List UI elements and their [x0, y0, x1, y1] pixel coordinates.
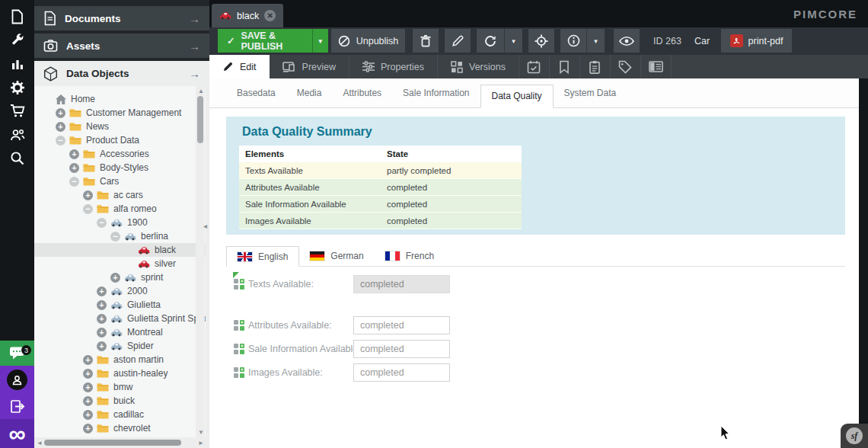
tree-item[interactable]: buick — [34, 394, 209, 408]
tree-item[interactable]: News — [34, 120, 209, 133]
schedule-calendar-icon[interactable] — [519, 55, 550, 78]
tree-expander-icon[interactable] — [110, 232, 120, 242]
collapse-sidebar-icon[interactable]: ◂ — [203, 219, 209, 234]
scroll-right-icon[interactable]: ► — [198, 440, 204, 446]
tree-item[interactable]: austin-healey — [34, 366, 209, 380]
tree-expander-icon[interactable] — [97, 341, 107, 351]
tree-item[interactable]: berlina — [34, 229, 209, 243]
scroll-left-icon[interactable]: ◄ — [37, 440, 43, 446]
field-value-input[interactable] — [353, 316, 450, 334]
scrollbar-thumb[interactable] — [44, 440, 181, 446]
accordion-assets[interactable]: Assets → — [34, 34, 209, 58]
tree-expander-icon[interactable] — [56, 108, 65, 118]
tree-item[interactable]: Customer Management — [34, 106, 209, 120]
tree-item[interactable]: Montreal — [34, 325, 209, 339]
language-tab[interactable]: French — [375, 245, 445, 266]
tag-icon[interactable] — [611, 55, 641, 78]
tree-item[interactable]: Body-Styles — [34, 161, 209, 174]
tree-expander-icon[interactable] — [97, 328, 107, 338]
tree-expander-icon[interactable] — [83, 204, 93, 214]
section-tab[interactable]: Basedata — [226, 79, 286, 107]
tree-item[interactable]: Gulietta Sprint Specia — [34, 312, 209, 325]
bookmark-icon[interactable] — [550, 55, 580, 78]
tree-expander-icon[interactable] — [69, 177, 79, 187]
tree-item[interactable]: black — [34, 243, 209, 257]
preview-eye-button[interactable] — [614, 29, 640, 53]
documents-icon[interactable] — [0, 5, 34, 28]
tree-expander-icon[interactable] — [69, 149, 79, 159]
tree-item[interactable]: sprint — [34, 270, 209, 284]
scrollbar-thumb[interactable] — [197, 96, 203, 143]
tree-item[interactable]: bmw — [34, 380, 209, 394]
field-value-input[interactable] — [353, 363, 450, 382]
locate-in-tree-button[interactable] — [528, 29, 554, 53]
layout-panel-icon[interactable] — [641, 55, 672, 78]
tree-item[interactable]: cadillac — [34, 408, 209, 421]
reports-chart-icon[interactable] — [0, 52, 34, 75]
language-tab[interactable]: English — [226, 246, 299, 267]
tree-expander-icon[interactable] — [97, 300, 107, 310]
tree-expander-icon[interactable] — [83, 369, 93, 379]
tree-expander-icon[interactable] — [97, 218, 107, 228]
field-value-input[interactable] — [353, 275, 450, 293]
tree-item[interactable]: ac cars — [34, 188, 209, 202]
open-object-tab[interactable]: black ✕ — [212, 4, 283, 27]
reload-dropdown-icon[interactable]: ▾ — [504, 29, 522, 53]
tree-expander-icon[interactable] — [69, 163, 79, 173]
tree-expander-icon[interactable] — [83, 190, 93, 200]
print-pdf-button[interactable]: print-pdf — [721, 29, 792, 53]
save-options-dropdown-icon[interactable]: ▾ — [312, 29, 328, 53]
accordion-documents[interactable]: Documents → — [34, 6, 209, 30]
tree-item[interactable]: chevrolet — [34, 421, 209, 435]
info-dropdown-icon[interactable]: ▾ — [586, 29, 605, 53]
tree-horizontal-scrollbar[interactable]: ◄ ► — [34, 437, 206, 448]
save-publish-button[interactable]: ✓SAVE & PUBLISH ▾ — [218, 29, 328, 53]
section-tab[interactable]: System Data — [554, 79, 627, 107]
tree-item[interactable]: Home — [34, 92, 209, 106]
tree-expander-icon[interactable] — [83, 424, 93, 434]
tree-item[interactable]: aston martin — [34, 353, 209, 366]
scroll-up-icon[interactable]: ▲ — [198, 88, 204, 94]
tree-expander-icon[interactable] — [56, 136, 65, 146]
tree-item[interactable]: Cars — [34, 174, 209, 188]
tree-item[interactable]: Spider — [34, 339, 209, 353]
tab-preview[interactable]: Preview — [270, 55, 349, 78]
field-value-input[interactable] — [353, 340, 450, 358]
language-tab[interactable]: German — [299, 245, 374, 266]
notifications-chat-button[interactable]: 3 — [0, 341, 34, 366]
tree-item[interactable]: Product Data — [34, 133, 209, 147]
delete-button[interactable] — [413, 29, 439, 53]
reload-button[interactable]: ▾ — [477, 29, 522, 53]
ecommerce-cart-icon[interactable] — [0, 99, 34, 123]
info-button[interactable]: ▾ — [560, 29, 605, 53]
symfony-debug-toolbar[interactable]: sf — [841, 424, 868, 448]
section-tab[interactable]: Attributes — [332, 79, 392, 107]
section-tab[interactable]: Media — [286, 79, 333, 107]
search-icon[interactable] — [0, 146, 34, 170]
tab-versions[interactable]: Versions — [438, 55, 519, 78]
unpublish-button[interactable]: Unpublish — [331, 29, 405, 53]
tree-expander-icon[interactable] — [110, 273, 120, 283]
tree-item[interactable]: Accessories — [34, 147, 209, 161]
logout-export-button[interactable] — [0, 394, 34, 419]
rename-edit-button[interactable] — [445, 29, 471, 53]
tree-vertical-scrollbar[interactable]: ▲ ▼ — [196, 86, 205, 437]
tab-edit[interactable]: Edit — [209, 55, 270, 78]
tree-expander-icon[interactable] — [56, 122, 65, 132]
customers-users-icon[interactable] — [0, 123, 34, 146]
section-tab[interactable]: Sale Information — [392, 79, 480, 107]
tree-item[interactable]: Giulietta — [34, 298, 209, 312]
pimcore-infinity-logo[interactable]: ∞ — [0, 419, 34, 448]
tree-item[interactable]: 2000 — [34, 284, 209, 298]
tree-item[interactable]: 1900 — [34, 216, 209, 229]
tree-item[interactable]: silver — [34, 257, 209, 270]
notes-clipboard-icon[interactable] — [580, 55, 611, 78]
tree-expander-icon[interactable] — [83, 382, 93, 392]
tab-properties[interactable]: Properties — [349, 55, 438, 78]
tree-item[interactable]: alfa romeo — [34, 202, 209, 216]
tree-expander-icon[interactable] — [83, 355, 93, 365]
current-user-button[interactable] — [0, 366, 34, 394]
close-tab-icon[interactable]: ✕ — [264, 10, 276, 21]
tree-expander-icon[interactable] — [83, 396, 93, 406]
tools-wrench-icon[interactable] — [0, 28, 34, 52]
